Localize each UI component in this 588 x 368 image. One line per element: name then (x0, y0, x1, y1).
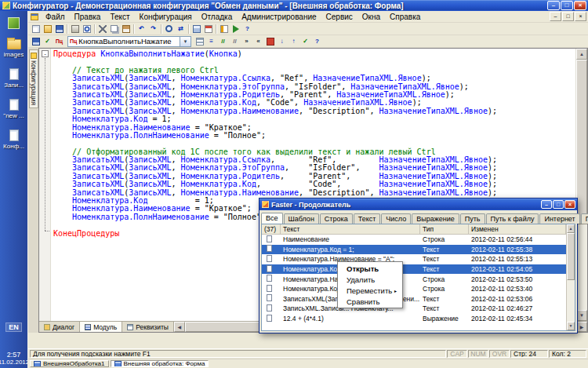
dialog-minimize-button[interactable]: – (541, 200, 552, 209)
desktop-icon-3[interactable]: Запи... (0, 68, 27, 89)
paste-button[interactable] (120, 24, 132, 35)
faster-tab-8[interactable]: Путь к файлу (486, 213, 539, 224)
minimize-button[interactable]: – (547, 1, 560, 10)
scroll-right-icon[interactable]: ▶ (576, 322, 587, 332)
redo-button[interactable]: ↷ (147, 24, 159, 35)
column-count[interactable]: (37) (262, 224, 281, 235)
window-button-2[interactable]: Внешняя обработка: Форма (111, 360, 209, 367)
desktop-icon-5[interactable]: Конф... (0, 129, 27, 150)
syntax-check-button[interactable]: ✓ (299, 36, 311, 47)
table-scroll-up-icon[interactable]: ▲ (567, 224, 575, 233)
child-restore-button[interactable]: □ (562, 12, 574, 21)
check-module-button[interactable]: ✓ (42, 36, 53, 47)
replace-button[interactable]: ⇄ (175, 24, 187, 35)
maximize-button[interactable]: □ (561, 1, 573, 10)
procedures-list-button[interactable] (194, 36, 205, 47)
menu-item-6[interactable]: Администрирование (237, 12, 321, 22)
faster-tab-2[interactable]: Шаблон (284, 213, 319, 224)
faster-tab-6[interactable]: Выражение (412, 213, 459, 224)
editor-tab-3[interactable]: Реквизиты (122, 322, 174, 332)
faster-tab-7[interactable]: Путь (460, 213, 485, 224)
faster-tab-4[interactable]: Текст (354, 213, 381, 224)
shift-left-button[interactable]: « (252, 36, 264, 47)
table-row[interactable]: Номенклатура.КодСтрока2012-02-11 02:53:4… (262, 284, 566, 294)
calculator-button[interactable] (191, 24, 202, 35)
menu-item-7[interactable]: Сервис (321, 12, 358, 22)
dialog-close-button[interactable]: × (564, 200, 575, 209)
scroll-thumb[interactable] (576, 60, 587, 224)
table-scroll-thumb[interactable] (567, 233, 575, 280)
table-row[interactable]: НаименованиеСтрока2012-02-11 02:56:44 (262, 235, 566, 245)
format-block-button[interactable]: ≡ (205, 36, 217, 47)
dialog-maximize-button[interactable]: □ (553, 200, 564, 209)
context-menu-item-1[interactable]: Открыть (339, 263, 401, 274)
menu-item-3[interactable]: Текст (105, 12, 134, 22)
undo-button[interactable]: ↶ (136, 24, 147, 35)
desktop-icon-4[interactable]: "new ... (0, 99, 27, 119)
table-row[interactable]: Номенклатура.Код = 1Текст2012-02-11 02:5… (262, 264, 566, 275)
previous-bookmark-button[interactable]: ↑ (288, 36, 299, 47)
context-help-button[interactable]: ? (311, 36, 323, 47)
table-row[interactable]: Номенклатура.Код = 1;Текст2012-02-11 02:… (262, 245, 566, 255)
scroll-track[interactable] (576, 60, 587, 310)
menu-item-2[interactable]: Правка (70, 12, 106, 22)
save-module-button[interactable] (30, 36, 42, 47)
debug-start-button[interactable] (230, 24, 241, 35)
next-bookmark-button[interactable]: ↓ (276, 36, 288, 47)
print-preview-button[interactable] (81, 24, 93, 35)
column-text[interactable]: Текст (281, 224, 420, 235)
child-close-button[interactable]: × (575, 12, 586, 21)
faster-tab-3[interactable]: Строка (320, 213, 353, 224)
table-row[interactable]: Номенклатура.НаименованиеСтрока2012-02-1… (262, 274, 566, 284)
snippets-table[interactable]: (37) Текст Тип Изменен НаименованиеСтрок… (261, 224, 575, 331)
faster-dialog[interactable]: Faster - Продолжатель – □ × ВсеШаблонСтр… (259, 198, 578, 333)
scroll-up-icon[interactable]: ▲ (576, 49, 587, 60)
table-row[interactable]: 12.4 + (4*4.1)Выражение2012-02-11 02:45:… (262, 314, 566, 324)
context-menu-item-4[interactable]: Сравнить (339, 296, 401, 307)
fold-collapse-button[interactable]: - (42, 50, 49, 57)
faster-tab-10[interactable]: Почта (581, 213, 588, 224)
copy-button[interactable] (108, 24, 120, 35)
scroll-left-icon[interactable]: ◀ (174, 322, 185, 332)
table-row[interactable]: Номенклатура.Наименование = "А";Текст201… (262, 254, 566, 264)
help-button[interactable]: ? (241, 24, 253, 35)
table-header[interactable]: (37) Текст Тип Изменен (262, 224, 566, 235)
menu-item-4[interactable]: Конфигурация (135, 12, 197, 22)
column-type[interactable]: Тип (420, 224, 469, 235)
procedures-functions-button[interactable]: Пц (53, 36, 65, 47)
menu-item-9[interactable]: Справка (385, 12, 425, 22)
table-row[interactable]: ЗаписьXML.Записы... Номенклату...Текст20… (262, 304, 566, 314)
child-minimize-button[interactable]: – (550, 12, 561, 21)
new-file-button[interactable] (30, 24, 42, 35)
calendar-button[interactable] (202, 24, 214, 35)
find-button[interactable] (163, 24, 175, 35)
menu-item-5[interactable]: Отладка (197, 12, 238, 22)
add-comment-button[interactable]: // (217, 36, 229, 47)
tab-configuration[interactable]: Конфигурация (29, 49, 38, 108)
table-scrollbar[interactable]: ▲ ▼ (566, 224, 575, 330)
context-menu-item-3[interactable]: Переместить▸ (339, 285, 401, 296)
configuration-tree-button[interactable] (218, 24, 230, 35)
procedures-combo[interactable]: Пц КнопкаВыполнитьНажатие ▼ (67, 36, 191, 47)
scroll-down-icon[interactable]: ▼ (576, 310, 587, 321)
menu-item-1[interactable]: Файл (41, 12, 70, 22)
context-menu-item-2[interactable]: Удалить (339, 274, 401, 285)
desktop-icon-1[interactable] (0, 17, 27, 29)
window-titlebar[interactable]: Конфигуратор - Демонстрационная конфигур… (0, 0, 588, 11)
column-changed[interactable]: Изменен (469, 224, 566, 235)
dialog-titlebar[interactable]: Faster - Продолжатель – □ × (260, 199, 577, 210)
window-button-1[interactable]: ВнешняяОбработка1 (30, 360, 109, 367)
faster-tab-5[interactable]: Число (381, 213, 411, 224)
menu-item-8[interactable]: Окна (358, 12, 385, 22)
open-file-button[interactable] (42, 24, 53, 35)
delete-comment-button[interactable]: // (229, 36, 241, 47)
desktop-icon-2[interactable]: images (0, 39, 27, 58)
close-button[interactable]: × (574, 1, 586, 10)
table-row[interactable]: ЗаписатьXML(ЗаписьXML, "...", Назначени.… (262, 294, 566, 304)
print-button[interactable] (69, 24, 81, 35)
table-scroll-down-icon[interactable]: ▼ (567, 322, 575, 330)
cut-button[interactable] (96, 24, 108, 35)
faster-tab-1[interactable]: Все (261, 213, 283, 224)
language-indicator[interactable]: EN (5, 322, 22, 332)
faster-tab-9[interactable]: Интернет (539, 213, 579, 224)
